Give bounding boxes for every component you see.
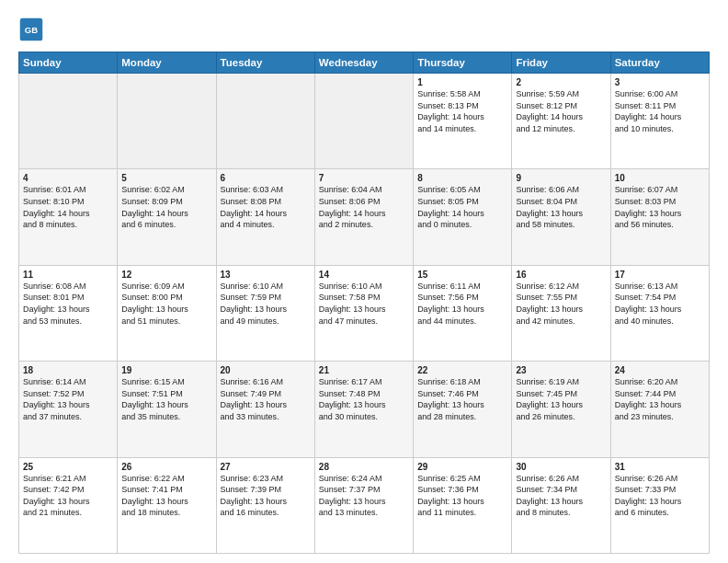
calendar-week-row: 11Sunrise: 6:08 AMSunset: 8:01 PMDayligh… bbox=[19, 265, 710, 361]
day-info: Sunrise: 6:12 AMSunset: 7:55 PMDaylight:… bbox=[516, 281, 606, 327]
day-info: Sunrise: 6:11 AMSunset: 7:56 PMDaylight:… bbox=[417, 281, 507, 327]
calendar-cell: 22Sunrise: 6:18 AMSunset: 7:46 PMDayligh… bbox=[414, 362, 512, 457]
weekday-header-thursday: Thursday bbox=[414, 52, 512, 74]
day-number: 17 bbox=[615, 270, 705, 280]
day-number: 18 bbox=[23, 365, 113, 375]
day-number: 14 bbox=[319, 270, 409, 280]
day-info: Sunrise: 6:19 AMSunset: 7:45 PMDaylight:… bbox=[516, 376, 606, 422]
calendar-cell: 6Sunrise: 6:03 AMSunset: 8:08 PMDaylight… bbox=[216, 169, 314, 265]
calendar-cell: 1Sunrise: 5:58 AMSunset: 8:13 PMDaylight… bbox=[414, 74, 512, 169]
day-info: Sunrise: 6:00 AMSunset: 8:11 PMDaylight:… bbox=[615, 88, 705, 134]
weekday-header-sunday: Sunday bbox=[19, 52, 118, 74]
day-info: Sunrise: 6:15 AMSunset: 7:51 PMDaylight:… bbox=[121, 376, 211, 422]
day-number: 20 bbox=[221, 365, 311, 375]
day-info: Sunrise: 5:58 AMSunset: 8:13 PMDaylight:… bbox=[417, 88, 507, 134]
calendar-cell: 4Sunrise: 6:01 AMSunset: 8:10 PMDaylight… bbox=[19, 169, 118, 265]
calendar-cell: 23Sunrise: 6:19 AMSunset: 7:45 PMDayligh… bbox=[512, 362, 610, 457]
calendar-cell: 28Sunrise: 6:24 AMSunset: 7:37 PMDayligh… bbox=[314, 457, 413, 553]
svg-text:GB: GB bbox=[25, 25, 38, 35]
calendar-cell bbox=[19, 74, 118, 169]
day-info: Sunrise: 6:24 AMSunset: 7:37 PMDaylight:… bbox=[319, 473, 409, 519]
day-info: Sunrise: 6:01 AMSunset: 8:10 PMDaylight:… bbox=[23, 184, 113, 230]
day-number: 24 bbox=[615, 365, 705, 375]
day-number: 19 bbox=[121, 365, 211, 375]
calendar-header-row: SundayMondayTuesdayWednesdayThursdayFrid… bbox=[19, 52, 710, 74]
day-info: Sunrise: 6:06 AMSunset: 8:04 PMDaylight:… bbox=[516, 184, 606, 230]
day-info: Sunrise: 6:07 AMSunset: 8:03 PMDaylight:… bbox=[615, 184, 705, 230]
calendar-cell: 17Sunrise: 6:13 AMSunset: 7:54 PMDayligh… bbox=[610, 265, 709, 361]
calendar-cell: 2Sunrise: 5:59 AMSunset: 8:12 PMDaylight… bbox=[512, 74, 610, 169]
calendar-cell bbox=[314, 74, 413, 169]
day-number: 4 bbox=[23, 173, 113, 183]
day-number: 11 bbox=[23, 270, 113, 280]
calendar-cell: 13Sunrise: 6:10 AMSunset: 7:59 PMDayligh… bbox=[216, 265, 314, 361]
day-info: Sunrise: 6:18 AMSunset: 7:46 PMDaylight:… bbox=[417, 376, 507, 422]
calendar-cell: 9Sunrise: 6:06 AMSunset: 8:04 PMDaylight… bbox=[512, 169, 610, 265]
day-info: Sunrise: 6:04 AMSunset: 8:06 PMDaylight:… bbox=[319, 184, 409, 230]
day-number: 3 bbox=[615, 77, 705, 87]
day-number: 5 bbox=[121, 173, 211, 183]
calendar-cell: 3Sunrise: 6:00 AMSunset: 8:11 PMDaylight… bbox=[610, 74, 709, 169]
day-number: 9 bbox=[516, 173, 606, 183]
calendar-cell: 21Sunrise: 6:17 AMSunset: 7:48 PMDayligh… bbox=[314, 362, 413, 457]
calendar-week-row: 4Sunrise: 6:01 AMSunset: 8:10 PMDaylight… bbox=[19, 169, 710, 265]
day-info: Sunrise: 6:03 AMSunset: 8:08 PMDaylight:… bbox=[221, 184, 311, 230]
calendar-cell: 8Sunrise: 6:05 AMSunset: 8:05 PMDaylight… bbox=[414, 169, 512, 265]
day-info: Sunrise: 6:17 AMSunset: 7:48 PMDaylight:… bbox=[319, 376, 409, 422]
day-info: Sunrise: 6:16 AMSunset: 7:49 PMDaylight:… bbox=[221, 376, 311, 422]
day-number: 21 bbox=[319, 365, 409, 375]
calendar-cell: 12Sunrise: 6:09 AMSunset: 8:00 PMDayligh… bbox=[118, 265, 216, 361]
day-number: 7 bbox=[319, 173, 409, 183]
day-info: Sunrise: 6:21 AMSunset: 7:42 PMDaylight:… bbox=[23, 473, 113, 519]
day-number: 29 bbox=[417, 462, 507, 472]
calendar-cell: 10Sunrise: 6:07 AMSunset: 8:03 PMDayligh… bbox=[610, 169, 709, 265]
day-info: Sunrise: 6:09 AMSunset: 8:00 PMDaylight:… bbox=[121, 281, 211, 327]
header: GB bbox=[18, 17, 710, 42]
day-info: Sunrise: 6:26 AMSunset: 7:33 PMDaylight:… bbox=[615, 473, 705, 519]
calendar-cell: 7Sunrise: 6:04 AMSunset: 8:06 PMDaylight… bbox=[314, 169, 413, 265]
day-info: Sunrise: 6:22 AMSunset: 7:41 PMDaylight:… bbox=[121, 473, 211, 519]
weekday-header-wednesday: Wednesday bbox=[314, 52, 413, 74]
weekday-header-tuesday: Tuesday bbox=[216, 52, 314, 74]
calendar-week-row: 25Sunrise: 6:21 AMSunset: 7:42 PMDayligh… bbox=[19, 457, 710, 553]
day-info: Sunrise: 6:10 AMSunset: 7:58 PMDaylight:… bbox=[319, 281, 409, 327]
day-info: Sunrise: 6:26 AMSunset: 7:34 PMDaylight:… bbox=[516, 473, 606, 519]
day-number: 6 bbox=[221, 173, 311, 183]
page: GB SundayMondayTuesdayWednesdayThursdayF… bbox=[0, 0, 728, 563]
calendar-cell: 15Sunrise: 6:11 AMSunset: 7:56 PMDayligh… bbox=[414, 265, 512, 361]
logo: GB bbox=[18, 17, 48, 42]
day-number: 22 bbox=[417, 365, 507, 375]
day-info: Sunrise: 6:02 AMSunset: 8:09 PMDaylight:… bbox=[121, 184, 211, 230]
day-info: Sunrise: 6:10 AMSunset: 7:59 PMDaylight:… bbox=[221, 281, 311, 327]
day-number: 23 bbox=[516, 365, 606, 375]
day-info: Sunrise: 6:25 AMSunset: 7:36 PMDaylight:… bbox=[417, 473, 507, 519]
day-number: 1 bbox=[417, 77, 507, 87]
calendar-week-row: 18Sunrise: 6:14 AMSunset: 7:52 PMDayligh… bbox=[19, 362, 710, 457]
calendar-cell: 31Sunrise: 6:26 AMSunset: 7:33 PMDayligh… bbox=[610, 457, 709, 553]
calendar-cell: 18Sunrise: 6:14 AMSunset: 7:52 PMDayligh… bbox=[19, 362, 118, 457]
calendar-cell: 16Sunrise: 6:12 AMSunset: 7:55 PMDayligh… bbox=[512, 265, 610, 361]
calendar-cell: 20Sunrise: 6:16 AMSunset: 7:49 PMDayligh… bbox=[216, 362, 314, 457]
day-number: 25 bbox=[23, 462, 113, 472]
day-number: 16 bbox=[516, 270, 606, 280]
day-info: Sunrise: 6:20 AMSunset: 7:44 PMDaylight:… bbox=[615, 376, 705, 422]
day-number: 8 bbox=[417, 173, 507, 183]
day-info: Sunrise: 6:23 AMSunset: 7:39 PMDaylight:… bbox=[221, 473, 311, 519]
weekday-header-friday: Friday bbox=[512, 52, 610, 74]
calendar-cell bbox=[118, 74, 216, 169]
day-info: Sunrise: 6:08 AMSunset: 8:01 PMDaylight:… bbox=[23, 281, 113, 327]
day-number: 31 bbox=[615, 462, 705, 472]
calendar-cell: 29Sunrise: 6:25 AMSunset: 7:36 PMDayligh… bbox=[414, 457, 512, 553]
logo-icon: GB bbox=[18, 17, 44, 42]
day-number: 28 bbox=[319, 462, 409, 472]
calendar-cell: 25Sunrise: 6:21 AMSunset: 7:42 PMDayligh… bbox=[19, 457, 118, 553]
day-info: Sunrise: 6:13 AMSunset: 7:54 PMDaylight:… bbox=[615, 281, 705, 327]
calendar-cell bbox=[216, 74, 314, 169]
day-info: Sunrise: 5:59 AMSunset: 8:12 PMDaylight:… bbox=[516, 88, 606, 134]
day-number: 12 bbox=[121, 270, 211, 280]
day-info: Sunrise: 6:05 AMSunset: 8:05 PMDaylight:… bbox=[417, 184, 507, 230]
day-number: 30 bbox=[516, 462, 606, 472]
day-info: Sunrise: 6:14 AMSunset: 7:52 PMDaylight:… bbox=[23, 376, 113, 422]
day-number: 15 bbox=[417, 270, 507, 280]
weekday-header-saturday: Saturday bbox=[610, 52, 709, 74]
